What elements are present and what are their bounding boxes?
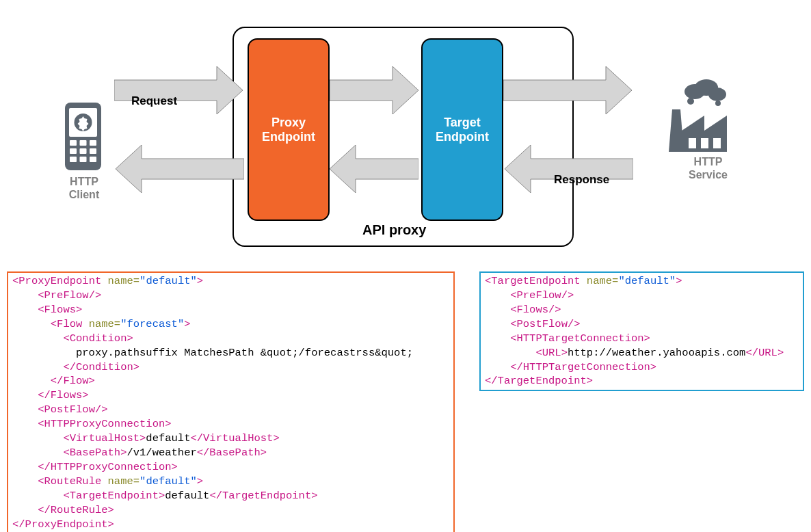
factory-icon xyxy=(663,78,745,156)
svg-rect-17 xyxy=(689,138,696,148)
target-endpoint-label: TargetEndpoint xyxy=(436,116,489,144)
arrow-proxy-to-target xyxy=(330,66,418,114)
http-client-label: HTTPClient xyxy=(65,175,103,201)
svg-point-14 xyxy=(708,88,726,101)
request-label: Request xyxy=(131,94,177,108)
arrow-target-to-proxy xyxy=(330,145,418,193)
http-service-label: HTTPService xyxy=(686,155,730,181)
svg-rect-3 xyxy=(70,140,77,146)
proxy-endpoint-label: ProxyEndpoint xyxy=(262,116,315,144)
svg-rect-6 xyxy=(70,148,77,154)
svg-rect-4 xyxy=(80,140,87,146)
svg-point-15 xyxy=(687,98,694,105)
svg-rect-9 xyxy=(70,157,77,162)
code-area: <ProxyEndpoint name="default"> <PreFlow/… xyxy=(7,271,804,532)
phone-icon xyxy=(64,101,103,174)
svg-rect-10 xyxy=(80,157,87,162)
arrow-target-to-service xyxy=(503,66,633,114)
api-proxy-label: API proxy xyxy=(362,222,426,238)
target-endpoint-box: TargetEndpoint xyxy=(421,38,503,221)
svg-rect-18 xyxy=(701,138,708,148)
response-label: Response xyxy=(554,173,609,187)
svg-rect-7 xyxy=(80,148,87,154)
target-endpoint-xml: <TargetEndpoint name="default"> <PreFlow… xyxy=(479,271,804,391)
api-proxy-diagram: HTTPClient HTTPService API proxy ProxyEn… xyxy=(0,0,811,267)
svg-rect-5 xyxy=(90,140,96,146)
proxy-endpoint-xml: <ProxyEndpoint name="default"> <PreFlow/… xyxy=(7,271,455,532)
proxy-endpoint-box: ProxyEndpoint xyxy=(248,38,330,221)
svg-point-16 xyxy=(715,101,721,106)
svg-rect-11 xyxy=(90,157,96,162)
svg-rect-19 xyxy=(713,138,721,148)
svg-rect-8 xyxy=(90,148,96,154)
arrow-return-client xyxy=(114,145,244,193)
